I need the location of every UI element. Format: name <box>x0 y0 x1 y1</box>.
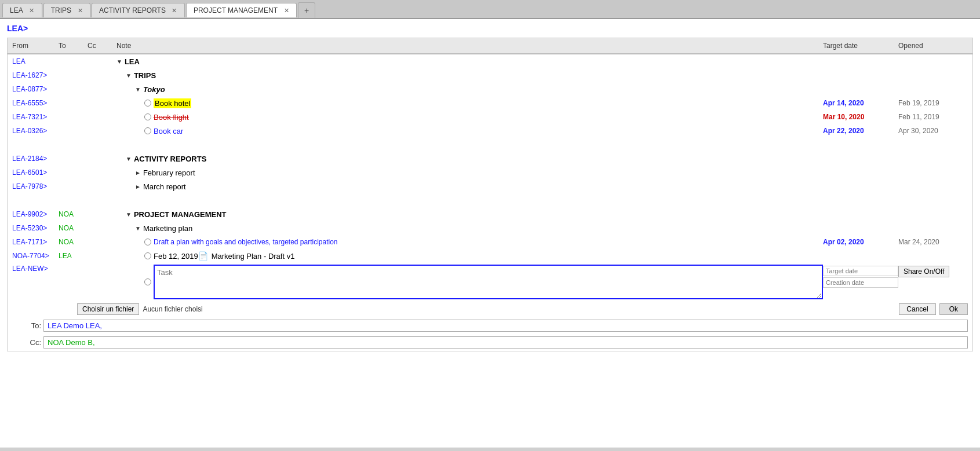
collapse-pm-icon[interactable]: ▼ <box>126 211 132 218</box>
from-lea-0877[interactable]: LEA-0877> <box>12 85 59 93</box>
note-draft-task: Draft a plan with goals and objectives, … <box>116 238 823 246</box>
checkbox-marketing-doc[interactable] <box>144 252 151 259</box>
file-chooser-row: Choisir un fichier Aucun fichier choisi … <box>8 301 972 317</box>
doc-date: Feb 12, 2019 <box>154 252 198 261</box>
collapse-trips-icon[interactable]: ▼ <box>126 72 132 79</box>
note-marketing-plan-doc: Feb 12, 2019 📄 Marketing Plan - Draft v1 <box>116 251 823 261</box>
from-lea-5230[interactable]: LEA-5230> <box>12 224 59 232</box>
cc-row: Cc: <box>8 334 972 351</box>
note-trips: ▼ TRIPS <box>116 71 823 80</box>
note-tokyo: ▼ Tokyo <box>116 85 823 94</box>
from-lea-2184[interactable]: LEA-2184> <box>12 155 59 163</box>
header-to: To <box>59 41 88 51</box>
task-input[interactable] <box>154 265 823 299</box>
checkbox-book-hotel[interactable] <box>144 100 151 107</box>
collapse-tokyo-icon[interactable]: ▼ <box>135 86 141 93</box>
tab-add-button[interactable]: + <box>298 2 315 18</box>
task-creation-date-input[interactable] <box>823 277 898 288</box>
book-hotel-label: Book hotel <box>154 98 191 108</box>
book-flight-label: Book flight <box>154 113 189 122</box>
empty-row-1 <box>8 138 972 152</box>
task-input-area <box>116 265 823 299</box>
tab-activity-reports[interactable]: ACTIVITY REPORTS ✕ <box>92 3 185 17</box>
table-row: LEA-7321> Book flight Mar 10, 2020 Feb 1… <box>8 110 972 124</box>
from-lea[interactable]: LEA <box>12 57 59 65</box>
expand-feb-report-icon[interactable]: ► <box>135 170 141 176</box>
from-lea-1627[interactable]: LEA-1627> <box>12 71 59 79</box>
tab-activity-reports-close[interactable]: ✕ <box>170 6 178 14</box>
collapse-marketing-plan-icon[interactable]: ▼ <box>135 225 141 232</box>
share-btn-area: Share On/Off <box>898 265 968 277</box>
opened-book-car: Apr 30, 2020 <box>898 127 968 135</box>
to-9902[interactable]: NOA <box>59 210 88 218</box>
tab-bar: LEA ✕ TRIPS ✕ ACTIVITY REPORTS ✕ PROJECT… <box>0 0 980 19</box>
to-5230[interactable]: NOA <box>59 224 88 232</box>
to-label: To: <box>12 321 41 330</box>
table-row: LEA-0877> ▼ Tokyo <box>8 82 972 96</box>
to-input[interactable] <box>43 320 968 332</box>
from-lea-9902[interactable]: LEA-9902> <box>12 210 59 218</box>
table-row: LEA-6501> ► February report <box>8 166 972 179</box>
note-activity-reports: ▼ ACTIVITY REPORTS <box>116 155 823 163</box>
draft-task-label[interactable]: Draft a plan with goals and objectives, … <box>154 238 338 246</box>
book-car-label: Book car <box>154 127 183 135</box>
empty-row-2 <box>8 193 972 207</box>
doc-name: Marketing Plan - Draft v1 <box>212 252 295 261</box>
share-on-off-button[interactable]: Share On/Off <box>898 266 949 277</box>
note-marketing-plan: ▼ Marketing plan <box>116 224 823 233</box>
target-date-draft-task: Apr 02, 2020 <box>823 238 898 246</box>
to-noa-7704[interactable]: LEA <box>59 252 88 260</box>
from-lea-7321[interactable]: LEA-7321> <box>12 113 59 121</box>
tab-trips-close[interactable]: ✕ <box>76 6 84 14</box>
from-lea-0326[interactable]: LEA-0326> <box>12 127 59 135</box>
main-content: LEA> From To Cc Note Target date Opened … <box>0 19 980 448</box>
target-date-book-flight: Mar 10, 2020 <box>823 113 898 121</box>
marketing-plan-label: Marketing plan <box>143 224 192 233</box>
from-lea-6555[interactable]: LEA-6555> <box>12 99 59 107</box>
from-lea-7978[interactable]: LEA-7978> <box>12 182 59 190</box>
expand-mar-report-icon[interactable]: ► <box>135 184 141 190</box>
note-book-car: Book car <box>116 127 823 135</box>
tab-lea-label: LEA <box>10 6 23 14</box>
header-opened: Opened <box>898 41 968 51</box>
cc-input[interactable] <box>43 336 968 349</box>
note-book-hotel: Book hotel <box>116 98 823 108</box>
from-lea-6501[interactable]: LEA-6501> <box>12 168 59 177</box>
header-cc: Cc <box>88 41 116 51</box>
from-noa-7704[interactable]: NOA-7704> <box>12 252 59 260</box>
content-area: LEA ▼ LEA LEA-1627> ▼ TRIPS LEA-0877> <box>7 54 973 351</box>
checkbox-draft-task[interactable] <box>144 239 151 245</box>
checkbox-book-flight[interactable] <box>144 113 151 120</box>
table-row: LEA-1627> ▼ TRIPS <box>8 68 972 82</box>
collapse-activity-reports-icon[interactable]: ▼ <box>126 156 132 162</box>
task-target-date-input[interactable] <box>823 266 898 276</box>
tab-project-management[interactable]: PROJECT MANAGEMENT ✕ <box>186 3 297 17</box>
checkbox-new-task[interactable] <box>144 278 151 285</box>
from-lea-7171[interactable]: LEA-7171> <box>12 238 59 246</box>
collapse-lea-icon[interactable]: ▼ <box>116 58 122 65</box>
table-row: LEA-6555> Book hotel Apr 14, 2020 Feb 19… <box>8 96 972 110</box>
table-row: LEA-7171> NOA Draft a plan with goals an… <box>8 235 972 249</box>
from-lea-new[interactable]: LEA-NEW> <box>12 265 59 273</box>
target-date-book-hotel: Apr 14, 2020 <box>823 99 898 107</box>
task-input-row: LEA-NEW> Share On/Off <box>8 263 972 301</box>
to-7171[interactable]: NOA <box>59 238 88 246</box>
trips-label: TRIPS <box>134 71 156 80</box>
note-lea: ▼ LEA <box>116 57 823 66</box>
choose-file-button[interactable]: Choisir un fichier <box>77 303 139 315</box>
header-note: Note <box>116 41 823 51</box>
february-report-label: February report <box>143 168 195 177</box>
tab-lea-close[interactable]: ✕ <box>28 6 36 14</box>
header-target-date: Target date <box>823 41 898 51</box>
tab-project-management-close[interactable]: ✕ <box>282 6 290 14</box>
table-header: From To Cc Note Target date Opened <box>7 38 973 54</box>
tab-lea[interactable]: LEA ✕ <box>2 3 42 17</box>
breadcrumb[interactable]: LEA> <box>7 24 973 33</box>
note-book-flight: Book flight <box>116 113 823 122</box>
header-from: From <box>12 41 59 51</box>
tab-trips[interactable]: TRIPS ✕ <box>43 3 90 17</box>
cancel-button[interactable]: Cancel <box>899 303 935 315</box>
table-row: LEA-7978> ► March report <box>8 179 972 193</box>
ok-button[interactable]: Ok <box>939 303 968 315</box>
checkbox-book-car[interactable] <box>144 127 151 134</box>
